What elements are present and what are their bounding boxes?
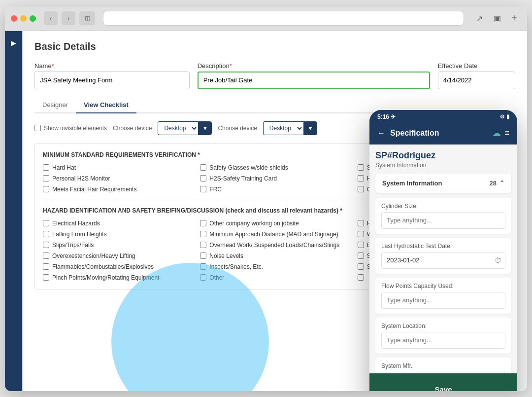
checkbox-falling[interactable] (43, 231, 49, 237)
description-input[interactable] (198, 72, 430, 89)
main-content: Basic Details Name* Description* Effecti (23, 31, 527, 391)
cylinder-size-input[interactable] (381, 212, 505, 229)
checkbox-hard-hat[interactable] (43, 164, 49, 171)
list-item[interactable]: Hard Hat (43, 164, 192, 171)
tab-view-checklist[interactable]: View Checklist (76, 97, 136, 113)
accordion-count: 28 (490, 180, 497, 187)
effective-date-input[interactable] (438, 72, 515, 89)
checkbox-h2s-monitor[interactable] (43, 175, 49, 181)
checkbox-extreme-heat[interactable] (358, 242, 364, 248)
checkbox-empty[interactable] (358, 274, 364, 281)
checkbox-electrical[interactable] (43, 220, 49, 226)
checkbox-sharp-edges[interactable] (358, 253, 364, 259)
device-select-2[interactable]: Desktop (263, 121, 303, 135)
system-location-label: System Location: (381, 323, 505, 329)
list-item[interactable]: Falling From Heights (43, 231, 192, 238)
checkbox-flammables[interactable] (43, 263, 49, 270)
show-invisible-checkbox[interactable] (34, 125, 41, 131)
phone-body: SP#Rodriguez System Information System I… (369, 144, 517, 373)
device-select-btn-1[interactable]: ▼ (198, 121, 212, 135)
cloud-sync-icon[interactable]: ☁ (492, 128, 501, 139)
checkbox-overexertion[interactable] (43, 253, 49, 259)
show-invisible-label[interactable]: Show invisible elements (34, 125, 107, 132)
tab-designer[interactable]: Designer (34, 97, 76, 112)
checkbox-other-1[interactable] (358, 186, 364, 192)
list-item[interactable]: Minimum Approach Distance (MAD and Signa… (200, 231, 349, 238)
device-select-wrap-2: Desktop ▼ (263, 121, 317, 135)
checkbox-pinch-points[interactable] (43, 274, 49, 281)
phone-header-title: Specification (390, 129, 487, 138)
device-select-btn-2[interactable]: ▼ (303, 121, 317, 135)
phone-accordion: System Information 28 ⌃ (375, 174, 511, 193)
phone-accordion-header[interactable]: System Information 28 ⌃ (375, 174, 511, 193)
phone-field-system-mfr: System Mfr. (375, 358, 511, 373)
phone-field-cylinder-size: Cylinder Size: (375, 198, 511, 234)
phone-back-button[interactable]: ← (377, 129, 385, 138)
flow-points-input[interactable] (381, 292, 505, 309)
list-item[interactable]: Other company working on jobsite (200, 220, 349, 227)
sidebar-toggle[interactable]: ▶ (5, 31, 23, 391)
browser-titlebar: ‹ › ◫ ↗ ▣ + (5, 6, 527, 31)
hydrostatic-date-label: Last Hydrostatic Test Date: (381, 243, 505, 250)
phone-patient-sub: System Information (375, 162, 511, 169)
checkbox-overhead[interactable] (200, 242, 206, 248)
traffic-lights (11, 15, 36, 22)
checkbox-facial-hair[interactable] (43, 186, 49, 192)
phone-save-button[interactable]: Save (377, 379, 509, 391)
share-button[interactable]: ↗ (472, 11, 487, 26)
list-item[interactable]: Meets Facial Hair Requirements (43, 186, 192, 193)
page-title: Basic Details (34, 41, 515, 52)
checkbox-walking[interactable] (358, 231, 364, 237)
back-button[interactable]: ‹ (44, 11, 58, 25)
phone-time: 5:16 ✈ (377, 113, 396, 120)
system-mfr-label: System Mfr. (381, 362, 505, 369)
phone-footer: Save (369, 373, 517, 391)
list-item[interactable]: Electrical Hazards (43, 220, 192, 227)
phone-field-flow-points: Flow Points Capacity Used: (375, 278, 511, 314)
accordion-badge: 28 ⌃ (490, 180, 504, 187)
forward-button[interactable]: › (62, 11, 75, 25)
address-bar[interactable] (103, 11, 464, 26)
checkbox-safety-toed[interactable] (358, 164, 364, 171)
list-item[interactable]: Noise Levels (200, 253, 349, 259)
phone-overlay: 5:16 ✈ ⊜ ▮ ← Specification ☁ ≡ (369, 110, 517, 391)
checkbox-safety-vest[interactable] (358, 263, 364, 270)
effective-date-label: Effective Date (438, 62, 515, 70)
phone-app-header: ← Specification ☁ ≡ (369, 124, 517, 144)
phone-patient-name: SP#Rodriguez (375, 150, 511, 161)
hydrostatic-date-input[interactable] (381, 252, 505, 269)
choose-device-label-2: Choose device (218, 125, 257, 132)
name-input[interactable] (34, 72, 190, 89)
new-tab-button[interactable]: + (507, 11, 521, 25)
list-item[interactable]: Personal H2S Monitor (43, 175, 192, 182)
system-location-input[interactable] (381, 332, 505, 349)
phone-menu-icon[interactable]: ≡ (505, 129, 509, 138)
list-item[interactable]: Slips/Trips/Falls (43, 242, 192, 249)
tabs-button[interactable]: ◫ (79, 11, 95, 25)
checkbox-safety-glasses[interactable] (200, 164, 206, 171)
list-item[interactable]: H2S-Safety Training Card (200, 175, 349, 182)
device-select-1[interactable]: Desktop (158, 121, 198, 135)
wifi-icon: ⊜ (500, 113, 504, 120)
list-item[interactable]: Safety Glasses w/side-shields (200, 164, 349, 171)
checkbox-frc[interactable] (200, 186, 206, 192)
checkbox-high-vis-vest[interactable] (358, 175, 364, 181)
checkbox-other-company[interactable] (200, 220, 206, 226)
list-item[interactable]: Insects/Snakes, Etc. (200, 263, 349, 270)
maximize-button[interactable] (30, 15, 36, 22)
minimize-button[interactable] (20, 15, 27, 22)
phone-header-icons: ☁ ≡ (492, 128, 509, 139)
list-item[interactable]: Overhead Work/ Suspended Loads/Chains/Sl… (200, 242, 349, 249)
duplicate-button[interactable]: ▣ (490, 11, 504, 26)
checkbox-h2s-training[interactable] (200, 175, 206, 181)
name-field-group: Name* (34, 62, 190, 89)
checkbox-slips[interactable] (43, 242, 49, 248)
phone-field-system-location: System Location: (375, 318, 511, 354)
checkbox-hazard-substa[interactable] (358, 220, 364, 226)
checkbox-noise[interactable] (200, 253, 206, 259)
list-item[interactable]: Overexestencsion/Heavy Lifting (43, 253, 192, 259)
browser-window: ‹ › ◫ ↗ ▣ + ▶ Basic Details Name* (5, 6, 527, 391)
close-button[interactable] (11, 15, 17, 22)
list-item[interactable]: FRC (200, 186, 349, 193)
checkbox-mad[interactable] (200, 231, 206, 237)
